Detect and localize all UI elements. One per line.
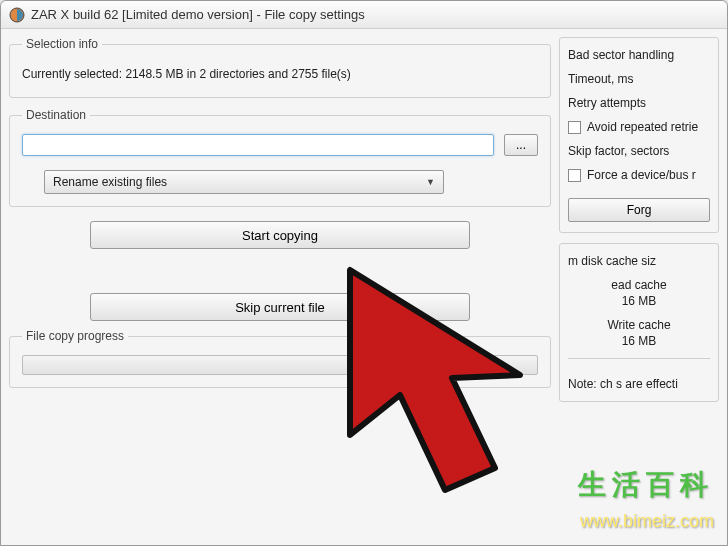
conflict-dropdown[interactable]: Rename existing files ▼ xyxy=(44,170,444,194)
selection-info-text: Currently selected: 2148.5 MB in 2 direc… xyxy=(22,63,538,85)
conflict-selected-label: Rename existing files xyxy=(53,175,167,189)
destination-path-input[interactable] xyxy=(22,134,494,156)
app-icon xyxy=(9,7,25,23)
force-device-label: Force a device/bus r xyxy=(587,168,696,182)
app-window: ZAR X build 62 [Limited demo version] - … xyxy=(0,0,728,546)
left-column: Selection info Currently selected: 2148.… xyxy=(9,37,551,537)
avoid-retries-row[interactable]: Avoid repeated retrie xyxy=(568,120,710,134)
forget-button[interactable]: Forg xyxy=(568,198,710,222)
skip-current-file-button[interactable]: Skip current file xyxy=(90,293,470,321)
avoid-retries-label: Avoid repeated retrie xyxy=(587,120,698,134)
right-column: Bad sector handling Timeout, ms Retry at… xyxy=(559,37,719,537)
destination-group: Destination ... Rename existing files ▼ xyxy=(9,108,551,207)
read-cache-block: ead cache 16 MB xyxy=(568,278,710,308)
bad-sector-group: Bad sector handling Timeout, ms Retry at… xyxy=(559,37,719,233)
selection-info-legend: Selection info xyxy=(22,37,102,51)
write-cache-block: Write cache 16 MB xyxy=(568,318,710,348)
chevron-down-icon: ▼ xyxy=(426,177,435,187)
read-cache-value: 16 MB xyxy=(568,294,710,308)
cache-group: m disk cache siz ead cache 16 MB Write c… xyxy=(559,243,719,402)
avoid-retries-checkbox[interactable] xyxy=(568,121,581,134)
write-cache-value: 16 MB xyxy=(568,334,710,348)
read-cache-label: ead cache xyxy=(568,278,710,292)
bad-sector-legend: Bad sector handling xyxy=(568,48,710,62)
browse-button[interactable]: ... xyxy=(504,134,538,156)
content-area: Selection info Currently selected: 2148.… xyxy=(1,29,727,545)
titlebar: ZAR X build 62 [Limited demo version] - … xyxy=(1,1,727,29)
start-copying-button[interactable]: Start copying xyxy=(90,221,470,249)
window-title: ZAR X build 62 [Limited demo version] - … xyxy=(31,7,365,22)
skip-factor-label: Skip factor, sectors xyxy=(568,144,710,158)
retry-label: Retry attempts xyxy=(568,96,710,110)
progress-bar xyxy=(22,355,538,375)
progress-group: File copy progress xyxy=(9,329,551,388)
timeout-label: Timeout, ms xyxy=(568,72,710,86)
note-text: Note: ch s are effecti xyxy=(568,377,710,391)
max-cache-label: m disk cache siz xyxy=(568,254,710,268)
destination-row: ... xyxy=(22,134,538,156)
force-device-checkbox[interactable] xyxy=(568,169,581,182)
selection-info-group: Selection info Currently selected: 2148.… xyxy=(9,37,551,98)
force-device-row[interactable]: Force a device/bus r xyxy=(568,168,710,182)
write-cache-label: Write cache xyxy=(568,318,710,332)
divider xyxy=(568,358,710,359)
destination-legend: Destination xyxy=(22,108,90,122)
progress-legend: File copy progress xyxy=(22,329,128,343)
